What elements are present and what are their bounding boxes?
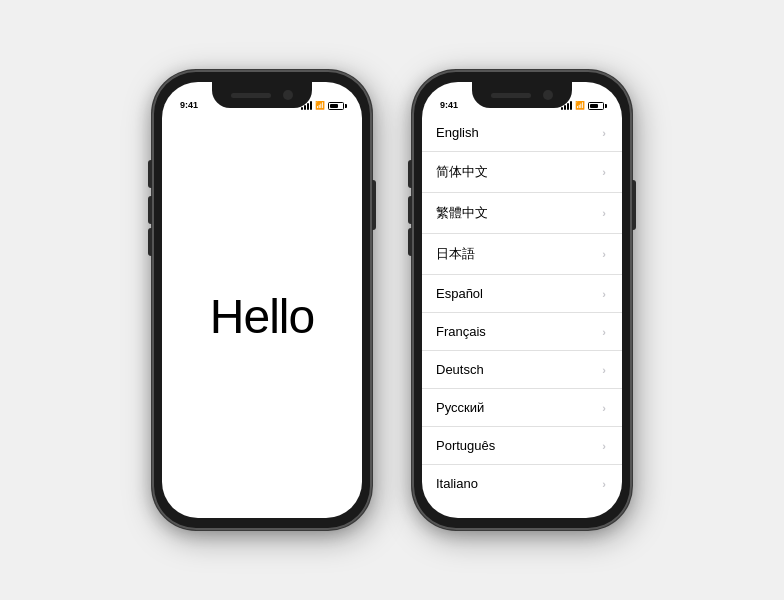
status-icons-2: 📶 — [561, 101, 604, 110]
language-item-8[interactable]: Português › — [422, 427, 622, 465]
wifi-icon: 📶 — [315, 101, 325, 110]
chevron-icon: › — [602, 402, 606, 414]
battery-fill — [330, 104, 338, 108]
status-icons: 📶 — [301, 101, 344, 110]
battery-icon — [328, 102, 344, 110]
language-name: English — [436, 125, 479, 140]
language-item-7[interactable]: Русский › — [422, 389, 622, 427]
language-item-9[interactable]: Italiano › — [422, 465, 622, 502]
camera-2 — [543, 90, 553, 100]
language-name: Español — [436, 286, 483, 301]
language-item-5[interactable]: Français › — [422, 313, 622, 351]
chevron-icon: › — [602, 364, 606, 376]
language-name: Português — [436, 438, 495, 453]
phone-languages: 9:41 📶 English › 简体中文 › 繁體中文 — [412, 70, 632, 530]
battery-fill-2 — [590, 104, 598, 108]
language-item-3[interactable]: 日本語 › — [422, 234, 622, 275]
language-item-4[interactable]: Español › — [422, 275, 622, 313]
chevron-icon: › — [602, 127, 606, 139]
language-name: Deutsch — [436, 362, 484, 377]
language-item-2[interactable]: 繁體中文 › — [422, 193, 622, 234]
battery-icon-2 — [588, 102, 604, 110]
language-item-1[interactable]: 简体中文 › — [422, 152, 622, 193]
time-display-2: 9:41 — [440, 100, 458, 110]
language-item-0[interactable]: English › — [422, 114, 622, 152]
language-list: English › 简体中文 › 繁體中文 › 日本語 › Español › … — [422, 114, 622, 518]
language-item-6[interactable]: Deutsch › — [422, 351, 622, 389]
chevron-icon: › — [602, 248, 606, 260]
hello-screen: Hello — [162, 114, 362, 518]
language-name: Français — [436, 324, 486, 339]
notch-2 — [472, 82, 572, 108]
language-name: Italiano — [436, 476, 478, 491]
speaker — [231, 93, 271, 98]
wifi-icon-2: 📶 — [575, 101, 585, 110]
language-name: Русский — [436, 400, 484, 415]
language-name: 日本語 — [436, 245, 475, 263]
chevron-icon: › — [602, 288, 606, 300]
chevron-icon: › — [602, 326, 606, 338]
hello-text: Hello — [210, 289, 314, 344]
time-display: 9:41 — [180, 100, 198, 110]
language-name: 简体中文 — [436, 163, 488, 181]
chevron-icon: › — [602, 478, 606, 490]
speaker-2 — [491, 93, 531, 98]
phone-hello-screen: 9:41 📶 Hello — [162, 82, 362, 518]
notch — [212, 82, 312, 108]
chevron-icon: › — [602, 207, 606, 219]
camera — [283, 90, 293, 100]
phone-languages-screen: 9:41 📶 English › 简体中文 › 繁體中文 — [422, 82, 622, 518]
chevron-icon: › — [602, 440, 606, 452]
language-name: 繁體中文 — [436, 204, 488, 222]
chevron-icon: › — [602, 166, 606, 178]
phone-hello: 9:41 📶 Hello — [152, 70, 372, 530]
